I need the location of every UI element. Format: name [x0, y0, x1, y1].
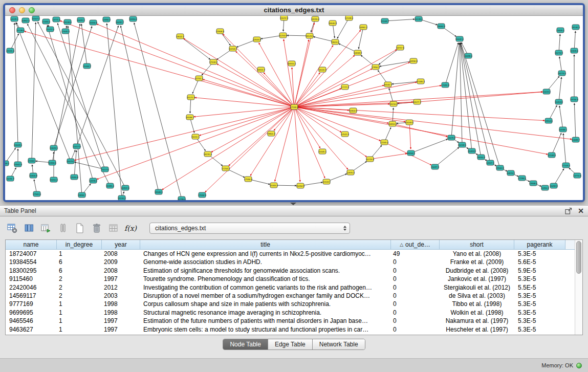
graph-node[interactable]: 14658.9	[354, 50, 362, 55]
graph-node[interactable]: 18915.7	[257, 67, 265, 72]
zoom-button[interactable]	[29, 7, 35, 13]
graph-node[interactable]: 17518.2	[209, 59, 217, 64]
graph-node[interactable]: 13679.2	[447, 135, 455, 140]
graph-node[interactable]: 13209.5	[405, 120, 413, 125]
graph-node[interactable]: 19240.2	[118, 195, 126, 200]
graph-edge[interactable]	[16, 23, 71, 161]
graph-node[interactable]: 18660.5	[437, 24, 445, 29]
graph-node[interactable]: 16274.9	[555, 50, 563, 55]
import-table-button[interactable]	[107, 222, 120, 234]
graph-node[interactable]: 17634.9	[198, 192, 206, 198]
graph-node[interactable]: 13771.5	[52, 17, 60, 22]
graph-node[interactable]: 16725.8	[366, 157, 374, 162]
graph-node[interactable]: 13216.0	[389, 101, 398, 106]
graph-node[interactable]: 20862.3	[21, 18, 30, 23]
graph-node[interactable]: 17561.0	[33, 191, 41, 196]
graph-edge[interactable]	[574, 31, 575, 51]
graph-node[interactable]: 18291.7	[6, 176, 14, 181]
graph-edge[interactable]	[292, 68, 294, 107]
graph-edge[interactable]	[451, 43, 459, 138]
graph-node[interactable]: 11483.9	[468, 148, 476, 154]
graph-node[interactable]: 11830.4	[129, 16, 137, 21]
delete-table-button[interactable]	[91, 222, 103, 234]
graph-node[interactable]: 14930.8	[409, 58, 418, 63]
graph-node[interactable]: 14853.2	[388, 121, 397, 126]
graph-node[interactable]: 17240.6	[290, 104, 298, 110]
graph-node[interactable]: 12684.3	[102, 17, 111, 22]
graph-node[interactable]: 19734.3	[570, 97, 578, 102]
column-header-in_degree[interactable]: in_degree	[57, 240, 102, 250]
graph-node[interactable]: 15905.9	[29, 173, 37, 178]
tab-edge-table[interactable]: Edge Table	[268, 339, 313, 349]
graph-node[interactable]: 17645.3	[61, 29, 70, 34]
graph-node[interactable]: 17084.1	[28, 158, 36, 163]
graph-node[interactable]: 13405.1	[556, 28, 564, 33]
graph-edge[interactable]	[294, 107, 341, 132]
graph-node[interactable]: 12108.9	[548, 152, 556, 158]
graph-node[interactable]: 19562.8	[496, 165, 504, 170]
graph-node[interactable]: 18050.4	[477, 155, 485, 160]
graph-node[interactable]: 18231.4	[204, 151, 212, 157]
graph-node[interactable]: 17493.0	[42, 19, 50, 24]
graph-edge[interactable]	[559, 34, 560, 53]
graph-node[interactable]: 16473.2	[67, 159, 75, 164]
graph-node[interactable]: 20531.0	[6, 48, 14, 53]
graph-edge[interactable]	[393, 124, 447, 137]
graph-node[interactable]: 16961.2	[359, 25, 367, 30]
window-titlebar[interactable]: citations_edges.txt	[5, 5, 583, 16]
graph-edge[interactable]	[74, 150, 76, 177]
graph-node[interactable]: 17485.3	[417, 79, 425, 84]
graph-node[interactable]: 18356.9	[89, 20, 97, 25]
graph-node[interactable]: 19208.6	[63, 19, 72, 25]
graph-node[interactable]: 22605.8	[253, 37, 261, 42]
graph-node[interactable]: 16042.7	[384, 82, 392, 87]
graph-node[interactable]: 10922.6	[121, 185, 129, 190]
table-row[interactable]: 946362711997Embryonic stem cells: a mode…	[6, 325, 575, 334]
graph-node[interactable]: 21064.7	[83, 63, 91, 69]
graph-node[interactable]: 13562.9	[14, 162, 22, 167]
graph-node[interactable]: 22808.8	[216, 29, 224, 34]
graph-edge[interactable]	[180, 36, 210, 59]
network-canvas-svg[interactable]: 11254.922605.814204.117518.222751.220171…	[5, 16, 583, 200]
graph-node[interactable]: 14978.2	[89, 178, 97, 183]
column-header-name[interactable]: name	[6, 240, 57, 250]
graph-node[interactable]: 12795.4	[178, 196, 186, 200]
graph-node[interactable]: 20264.9	[296, 183, 304, 188]
graph-node[interactable]: 15117.6	[101, 167, 109, 172]
graph-node[interactable]: 13914.6	[545, 118, 553, 123]
close-button[interactable]	[9, 7, 15, 13]
table-scrollbar[interactable]	[575, 240, 582, 335]
graph-node[interactable]: 17091.9	[441, 82, 449, 87]
graph-node[interactable]: 20139.8	[16, 28, 25, 33]
graph-node[interactable]: 16139.2	[415, 16, 423, 21]
graph-edge[interactable]	[97, 24, 294, 107]
graph-node[interactable]: 16640.9	[329, 20, 337, 26]
graph-node[interactable]: 19022.1	[176, 34, 184, 39]
column-header-title[interactable]: title	[140, 240, 391, 250]
graph-edge[interactable]	[97, 107, 294, 179]
graph-node[interactable]: 15345.1	[318, 149, 326, 154]
graph-node[interactable]: 14419.2	[542, 89, 551, 94]
graph-edge[interactable]	[337, 18, 349, 38]
graph-node[interactable]: 12417.8	[73, 144, 81, 149]
graph-edge[interactable]	[294, 46, 333, 107]
graph-node[interactable]: 19801.3	[267, 131, 275, 136]
table-row[interactable]: 969969511998Structural magnetic resonanc…	[6, 309, 575, 317]
graph-node[interactable]: 11804.2	[349, 108, 357, 113]
graph-edge[interactable]	[411, 139, 448, 153]
graph-node[interactable]: 11507.4	[32, 16, 40, 21]
graph-edge[interactable]	[134, 23, 182, 199]
graph-node[interactable]: 12630.8	[70, 174, 78, 180]
graph-edge[interactable]	[409, 122, 411, 149]
graph-node[interactable]: 16218.5	[458, 142, 466, 147]
graph-edge[interactable]	[370, 154, 407, 159]
minimize-button[interactable]	[19, 7, 25, 13]
graph-node[interactable]: 17296.5	[518, 176, 526, 181]
graph-node[interactable]: 13948.0	[529, 181, 537, 186]
graph-edge[interactable]	[75, 107, 294, 160]
graph-edge[interactable]	[574, 103, 576, 140]
scrollbar-thumb[interactable]	[576, 241, 581, 274]
graph-edge[interactable]	[385, 19, 415, 21]
graph-node[interactable]: 18273.4	[558, 71, 566, 76]
graph-edge[interactable]	[435, 147, 459, 167]
